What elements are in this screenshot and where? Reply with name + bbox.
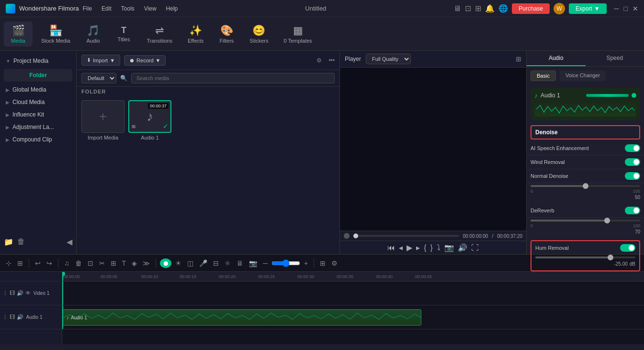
sidebar-item-global-media[interactable]: ▶ Global Media: [0, 83, 76, 96]
settings-tl-button[interactable]: ⚙: [329, 257, 339, 269]
caption-button[interactable]: ⊟: [211, 257, 221, 269]
multi-select-button[interactable]: ⊞: [15, 257, 25, 269]
transform-button[interactable]: ⊞: [109, 257, 118, 269]
tab-speed[interactable]: Speed: [586, 51, 644, 66]
zoom-slider[interactable]: [271, 259, 300, 267]
layout-button[interactable]: ⊞: [318, 257, 328, 269]
frame-back-button[interactable]: ◂: [399, 243, 403, 252]
redo-button[interactable]: ↪: [45, 257, 54, 269]
menu-tools[interactable]: Tools: [121, 5, 135, 12]
delete-clip-button[interactable]: 🗑: [73, 257, 84, 269]
mark-out-button[interactable]: }: [430, 244, 433, 252]
volume-button[interactable]: 🔊: [458, 243, 467, 252]
play-button[interactable]: ▶: [407, 243, 412, 252]
community-icon[interactable]: 🌐: [498, 4, 508, 13]
wind-removal-toggle[interactable]: [625, 158, 640, 166]
pip-button[interactable]: 🖥: [235, 257, 245, 269]
timeline-thumb[interactable]: [353, 233, 358, 238]
insert-button[interactable]: ⤵: [437, 244, 441, 252]
normal-denoise-thumb[interactable]: [583, 183, 588, 189]
purchase-button[interactable]: Purchase: [512, 3, 550, 14]
text-button[interactable]: T: [120, 257, 128, 269]
cut-button[interactable]: ✂: [97, 257, 107, 269]
video1-mute-icon[interactable]: 🔊: [17, 290, 23, 296]
media-more-icon[interactable]: •••: [328, 57, 335, 64]
normal-denoise-toggle[interactable]: [625, 172, 640, 180]
mark-in-button[interactable]: {: [424, 244, 426, 252]
dereverb-toggle[interactable]: [625, 207, 640, 214]
frame-forward-button[interactable]: ▸: [416, 243, 420, 252]
fullscreen-icon[interactable]: ⊞: [475, 4, 481, 13]
toolbar-media[interactable]: 🎬 Media: [4, 22, 33, 47]
sidebar-item-influence-kit[interactable]: ▶ Influence Kit: [0, 108, 76, 121]
ai-speech-toggle[interactable]: [625, 144, 640, 152]
close-button[interactable]: ✕: [633, 5, 638, 12]
media-filter-icon[interactable]: ⚙: [316, 57, 322, 64]
crop-button[interactable]: ⊡: [86, 257, 95, 269]
toolbar-transitions[interactable]: ⇌ Transitions: [140, 22, 179, 47]
snapshot-tl-button[interactable]: 📷: [247, 257, 259, 269]
toolbar-stock-media[interactable]: 🏪 Stock Media: [34, 22, 77, 47]
hum-removal-track[interactable]: [535, 257, 635, 258]
tab-audio[interactable]: Audio: [527, 51, 586, 66]
subtab-voice-changer[interactable]: Voice Changer: [560, 70, 606, 81]
toolbar-titles[interactable]: T Titles: [110, 23, 138, 45]
new-folder-icon[interactable]: 📁: [4, 237, 13, 246]
voice-record-button[interactable]: 🎤: [197, 257, 209, 269]
dereverb-track[interactable]: [531, 220, 640, 222]
menu-help[interactable]: Help: [166, 5, 178, 12]
menu-edit[interactable]: Edit: [102, 5, 112, 12]
more-tools-button[interactable]: ≫: [141, 257, 152, 269]
timeline-scrollbar[interactable]: [0, 344, 644, 350]
sidebar-item-project-media[interactable]: ▼ Project Media: [0, 55, 76, 67]
skip-back-button[interactable]: ⏮: [387, 244, 395, 252]
hum-removal-thumb[interactable]: [608, 255, 613, 260]
maximize-button[interactable]: □: [624, 5, 628, 12]
export-button[interactable]: Export ▼: [569, 3, 607, 14]
sidebar-item-compound-clip[interactable]: ▶ Compound Clip: [0, 133, 76, 146]
select-tool-button[interactable]: ⊹: [4, 257, 13, 269]
delete-icon[interactable]: 🗑: [17, 237, 25, 246]
toolbar-stickers[interactable]: 😊 Stickers: [243, 22, 275, 47]
player-settings-icon[interactable]: ⊞: [516, 55, 521, 63]
undo-button[interactable]: ↩: [33, 257, 43, 269]
zoom-out-button[interactable]: ─: [261, 257, 270, 269]
ai-tools-button[interactable]: ⚛: [223, 257, 233, 269]
audio-detach-button[interactable]: ♫: [62, 257, 71, 269]
import-media-thumb[interactable]: +: [81, 100, 124, 133]
search-input[interactable]: [131, 73, 335, 83]
snapshot-button[interactable]: 📷: [444, 243, 454, 252]
auto-enhance-button[interactable]: ☀: [173, 257, 183, 269]
minimize-button[interactable]: ─: [614, 5, 619, 12]
restore-icon[interactable]: ⊡: [465, 4, 471, 13]
fullscreen-player-button[interactable]: ⛶: [471, 244, 479, 252]
video1-eye-icon[interactable]: 👁: [25, 290, 31, 296]
audio-clip[interactable]: ♪ Audio 1: [62, 309, 421, 326]
record-timeline-button[interactable]: ⏺: [160, 258, 171, 268]
normal-denoise-track[interactable]: [531, 185, 640, 187]
default-select[interactable]: Default: [81, 73, 116, 83]
zoom-in-button[interactable]: +: [302, 257, 310, 269]
audio1-thumb[interactable]: ♪ 00:00:37 ≋ ✓: [128, 100, 171, 133]
toolbar-effects[interactable]: ✨ Effects: [181, 22, 210, 47]
menu-view[interactable]: View: [144, 5, 157, 12]
split-button[interactable]: ◫: [185, 257, 195, 269]
sidebar-item-cloud-media[interactable]: ▶ Cloud Media: [0, 96, 76, 108]
menu-file[interactable]: File: [83, 5, 92, 12]
dereverb-thumb[interactable]: [604, 218, 610, 223]
sidebar-item-adjustment[interactable]: ▶ Adjustment La...: [0, 121, 76, 133]
toolbar-audio[interactable]: 🎵 Audio: [79, 22, 108, 47]
minimize-icon[interactable]: 🖥: [453, 4, 461, 13]
notifications-icon[interactable]: 🔔: [485, 4, 495, 13]
subtab-basic[interactable]: Basic: [531, 70, 556, 81]
timeline-progress-bar[interactable]: [353, 235, 459, 237]
quality-select[interactable]: Full Quality: [366, 54, 411, 64]
import-button[interactable]: ⬇ Import ▼: [81, 55, 120, 66]
toolbar-templates[interactable]: ▦ 0 Templates: [277, 22, 318, 47]
record-button[interactable]: ⏺ Record ▼: [124, 55, 166, 66]
mask-button[interactable]: ◈: [130, 257, 139, 269]
toolbar-filters[interactable]: 🎨 Filters: [212, 22, 241, 47]
sidebar-item-folder[interactable]: Folder: [4, 69, 72, 82]
hum-removal-toggle[interactable]: [620, 244, 635, 252]
audio1-mute-icon[interactable]: 🔊: [17, 314, 23, 320]
